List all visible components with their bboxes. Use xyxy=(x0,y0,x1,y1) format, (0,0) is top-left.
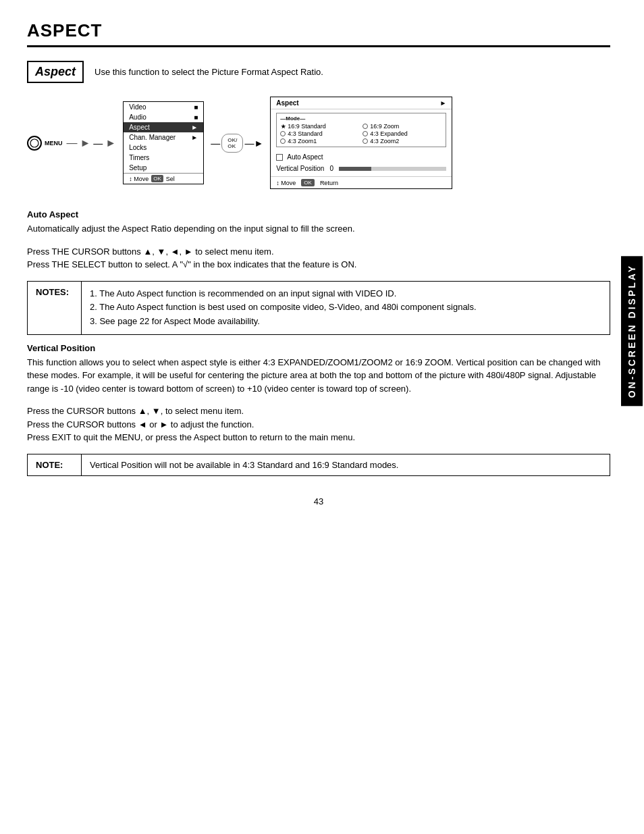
cursor-instruction2-2: Press the CURSOR buttons ◄ or ► to adjus… xyxy=(27,418,610,432)
arrow-icon-1: — xyxy=(67,137,78,149)
auto-aspect-description: Automatically adjust the Aspect Ratio de… xyxy=(27,222,610,236)
mode-16-9-standard: ★ 16:9 Standard xyxy=(280,123,360,130)
vertical-position-section: Vertical Position This function allows y… xyxy=(27,343,610,396)
note-item-3: 3. See page 22 for Aspect Mode availabil… xyxy=(90,315,477,329)
radio-empty-1 xyxy=(363,124,368,129)
auto-aspect-checkbox xyxy=(276,154,283,161)
menu-item-locks: Locks xyxy=(124,142,203,153)
note-item-2: 2. The Auto Aspect function is best used… xyxy=(90,301,477,315)
notes-box: NOTES: 1. The Auto Aspect function is re… xyxy=(27,281,610,335)
mode-section: —Mode— ★ 16:9 Standard 16:9 Zoom 4:3 Sta… xyxy=(276,113,446,147)
cursor-instruction-1: Press THE CURSOR buttons ▲, ▼, ◄, ► to s… xyxy=(27,245,610,259)
left-menu-box: Video ■ Audio ■ Aspect ► Chan. Manager ►… xyxy=(123,101,204,184)
cursor-instruction2-3: Press EXIT to quit the MENU, or press th… xyxy=(27,431,610,444)
return-button: OK xyxy=(301,179,315,186)
menu-item-audio: Audio ■ xyxy=(124,112,203,122)
mode-4-3-zoom1: 4:3 Zoom1 xyxy=(280,138,360,145)
cursor-instructions-2: Press the CURSOR buttons ▲, ▼, to select… xyxy=(27,405,610,444)
page-title: ASPECT xyxy=(27,20,610,47)
radio-empty-2 xyxy=(280,131,286,136)
vertical-pos-label: Vertical Position xyxy=(276,165,324,172)
vertical-position-title: Vertical Position xyxy=(27,343,610,353)
aspect-panel-header: Aspect ► xyxy=(271,97,452,109)
radio-empty-3 xyxy=(363,131,368,136)
vertical-pos-bar xyxy=(339,167,446,171)
function-row: Aspect Use this function to select the P… xyxy=(27,61,610,83)
arrow-chain: — ► — ► xyxy=(67,137,117,149)
mode-label: —Mode— xyxy=(280,115,442,122)
menu-item-video: Video ■ xyxy=(124,102,203,112)
mode-16-9-zoom: 16:9 Zoom xyxy=(363,123,442,130)
svg-point-0 xyxy=(30,139,38,147)
auto-aspect-title: Auto Aspect xyxy=(27,209,610,219)
arrow-icon-3: — xyxy=(93,138,103,149)
vertical-pos-row: Vertical Position 0 xyxy=(271,163,452,176)
auto-aspect-section: Auto Aspect Automatically adjust the Asp… xyxy=(27,209,610,236)
aspect-panel-footer: ↕ Move OK Return xyxy=(271,176,452,188)
menu-footer: ↕ Move OK Sel xyxy=(124,173,203,184)
menu-text: MENU xyxy=(45,140,63,147)
cursor-instructions: Press THE CURSOR buttons ▲, ▼, ◄, ► to s… xyxy=(27,245,610,271)
cursor-instruction2-1: Press the CURSOR buttons ▲, ▼, to select… xyxy=(27,405,610,418)
menu-item-chan-manager: Chan. Manager ► xyxy=(124,132,203,142)
side-label: ON-SCREEN DISPLAY xyxy=(621,256,643,406)
vertical-position-description: This function allows you to select when … xyxy=(27,356,610,396)
vertical-pos-value: 0 xyxy=(329,165,333,172)
mode-4-3-zoom2: 4:3 Zoom2 xyxy=(363,138,442,145)
function-description: Use this function to select the Picture … xyxy=(95,67,323,77)
oval-ok-button: OK/OK xyxy=(221,134,243,153)
note-content: Vertical Position will not be available … xyxy=(82,454,406,475)
footer-return: Return xyxy=(320,180,338,186)
note-box: NOTE: Vertical Position will not be avai… xyxy=(27,454,610,476)
aspect-panel: Aspect ► —Mode— ★ 16:9 Standard 16:9 Zoo… xyxy=(270,97,452,189)
arrow-icon-2: ► xyxy=(80,137,91,149)
menu-item-aspect: Aspect ► xyxy=(124,122,203,132)
mode-grid: ★ 16:9 Standard 16:9 Zoom 4:3 Standard 4… xyxy=(280,123,442,145)
auto-aspect-row: Auto Aspect xyxy=(271,151,452,163)
aspect-panel-title: Aspect xyxy=(276,99,298,107)
aspect-panel-arrow: ► xyxy=(439,99,446,107)
function-label: Aspect xyxy=(27,61,84,83)
notes-label: NOTES: xyxy=(28,282,82,334)
radio-empty-4 xyxy=(280,138,286,144)
radio-star: ★ xyxy=(280,124,286,129)
vertical-pos-fill xyxy=(339,167,371,171)
arrow-icon-4: ► xyxy=(105,137,116,149)
note-item-1: 1. The Auto Aspect function is recommend… xyxy=(90,287,477,301)
notes-content: 1. The Auto Aspect function is recommend… xyxy=(82,282,485,334)
middle-arrow: — OK/OK —► xyxy=(211,134,263,153)
side-label-container: ON-SCREEN DISPLAY xyxy=(620,135,644,527)
mode-4-3-expanded: 4:3 Expanded xyxy=(363,130,442,137)
note-label: NOTE: xyxy=(28,454,82,475)
diagrams-row: MENU — ► — ► Video ■ Audio ■ Aspect ► Ch… xyxy=(27,97,610,189)
sel-button: OK xyxy=(151,175,163,182)
radio-empty-5 xyxy=(363,138,368,144)
menu-item-timers: Timers xyxy=(124,153,203,163)
footer-move: Move xyxy=(281,180,296,186)
menu-item-setup: Setup xyxy=(124,163,203,173)
page-number: 43 xyxy=(27,496,610,506)
mode-4-3-standard: 4:3 Standard xyxy=(280,130,360,137)
auto-aspect-label: Auto Aspect xyxy=(287,153,323,161)
cursor-instruction-2: Press THE SELECT button to select. A "√"… xyxy=(27,258,610,271)
menu-diagram: MENU — ► — ► xyxy=(27,136,116,151)
menu-circle-icon xyxy=(27,136,42,151)
